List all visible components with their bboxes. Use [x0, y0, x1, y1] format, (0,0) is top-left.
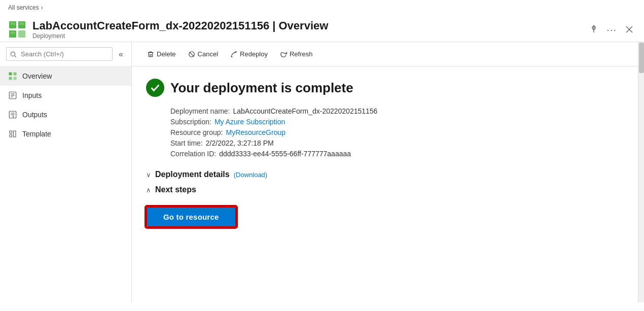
name-label: Deployment name:: [170, 107, 230, 115]
redeploy-button[interactable]: Redeploy: [225, 47, 273, 61]
sidebar-item-outputs[interactable]: Outputs: [0, 105, 131, 124]
scrollbar-track[interactable]: [638, 42, 644, 302]
sidebar-item-label-overview: Overview: [22, 72, 52, 80]
close-button[interactable]: [623, 23, 636, 36]
all-services-link[interactable]: All services: [8, 4, 39, 11]
name-value: LabAccountCreateForm_dx-20220202151156: [233, 107, 378, 115]
svg-rect-13: [14, 73, 17, 76]
cancel-button[interactable]: Cancel: [183, 47, 223, 61]
sidebar-item-template[interactable]: Template: [0, 124, 131, 144]
overview-icon: [8, 72, 17, 81]
refresh-label: Refresh: [290, 50, 313, 58]
deployment-info-table: Deployment name: LabAccountCreateForm_dx…: [170, 107, 624, 158]
content-body: Your deployment is complete Deployment n…: [132, 66, 638, 302]
cancel-icon: [188, 51, 195, 58]
next-steps-header[interactable]: ∧ Next steps: [146, 185, 624, 194]
svg-rect-4: [10, 22, 15, 25]
template-icon: [8, 129, 17, 139]
resource-group-label: Resource group:: [170, 128, 223, 136]
search-bar: «: [0, 42, 131, 66]
page-header: LabAccountCreateForm_dx-20220202151156 |…: [0, 15, 644, 42]
breadcrumb[interactable]: All services ›: [0, 0, 644, 15]
pin-button[interactable]: [587, 23, 600, 36]
deployment-icon: [8, 20, 26, 39]
sidebar-item-label-template: Template: [22, 130, 51, 138]
cancel-label: Cancel: [198, 50, 218, 58]
next-steps-title: Next steps: [155, 185, 196, 194]
info-row-resource-group: Resource group: MyResourceGroup: [170, 128, 624, 136]
download-link[interactable]: (Download): [234, 171, 267, 179]
svg-line-24: [189, 52, 194, 57]
breadcrumb-chevron: ›: [41, 4, 43, 11]
svg-rect-5: [19, 22, 24, 25]
correlation-value: dddd3333-ee44-5555-66ff-777777aaaaaa: [219, 150, 351, 158]
svg-rect-15: [14, 77, 17, 80]
svg-rect-14: [9, 77, 12, 80]
main-layout: « Overview Inputs: [0, 42, 644, 302]
content-area: Delete Cancel Redeploy: [132, 42, 638, 302]
ellipsis-icon: ···: [606, 24, 617, 36]
redeploy-label: Redeploy: [240, 50, 268, 58]
info-row-start-time: Start time: 2/2/2022, 3:27:18 PM: [170, 139, 624, 147]
page-subtitle: Deployment: [32, 32, 581, 40]
search-input-wrap: [6, 47, 113, 61]
refresh-button[interactable]: Refresh: [275, 47, 318, 61]
sidebar: « Overview Inputs: [0, 42, 132, 302]
pin-icon: [589, 25, 598, 34]
delete-icon: [147, 51, 154, 58]
next-steps-section: ∧ Next steps Go to resource: [146, 185, 624, 227]
delete-label: Delete: [157, 50, 176, 58]
subscription-link[interactable]: My Azure Subscription: [214, 118, 285, 126]
content-scroll-area: Delete Cancel Redeploy: [132, 42, 644, 302]
sidebar-item-label-outputs: Outputs: [22, 111, 47, 119]
deployment-status-title: Your deployment is complete: [170, 80, 353, 96]
toolbar: Delete Cancel Redeploy: [132, 42, 638, 66]
success-icon: [146, 79, 164, 97]
scrollbar-thumb[interactable]: [639, 43, 644, 73]
svg-rect-6: [10, 31, 15, 34]
header-actions: ···: [587, 22, 636, 38]
go-to-resource-button[interactable]: Go to resource: [146, 206, 236, 227]
correlation-label: Correlation ID:: [170, 150, 216, 158]
deployment-status-header: Your deployment is complete: [146, 79, 624, 97]
redeploy-icon: [230, 51, 237, 58]
page-title: LabAccountCreateForm_dx-20220202151156 |…: [32, 19, 581, 32]
deployment-details-header[interactable]: ∨ Deployment details (Download): [146, 170, 624, 179]
start-time-value: 2/2/2022, 3:27:18 PM: [206, 139, 274, 147]
subscription-label: Subscription:: [170, 118, 211, 126]
header-title-block: LabAccountCreateForm_dx-20220202151156 |…: [32, 19, 581, 40]
close-icon: [625, 25, 634, 34]
details-section-title: Deployment details: [155, 170, 230, 179]
inputs-icon: [8, 91, 17, 100]
checkmark-icon: [150, 82, 161, 93]
more-options-button[interactable]: ···: [604, 22, 619, 38]
collapse-sidebar-button[interactable]: «: [117, 50, 125, 59]
info-row-correlation: Correlation ID: dddd3333-ee44-5555-66ff-…: [170, 150, 624, 158]
details-chevron: ∨: [146, 171, 151, 179]
svg-rect-12: [9, 73, 12, 76]
svg-rect-3: [18, 30, 25, 38]
info-row-name: Deployment name: LabAccountCreateForm_dx…: [170, 107, 624, 115]
resource-group-link[interactable]: MyResourceGroup: [226, 128, 286, 136]
outputs-icon: [8, 110, 17, 119]
info-row-subscription: Subscription: My Azure Subscription: [170, 118, 624, 126]
search-input[interactable]: [6, 47, 113, 61]
sidebar-item-label-inputs: Inputs: [22, 91, 42, 99]
refresh-icon: [280, 51, 287, 58]
delete-button[interactable]: Delete: [142, 47, 181, 61]
next-steps-chevron: ∧: [146, 186, 151, 194]
start-time-label: Start time:: [170, 139, 203, 147]
sidebar-item-overview[interactable]: Overview: [0, 66, 131, 86]
sidebar-item-inputs[interactable]: Inputs: [0, 86, 131, 105]
